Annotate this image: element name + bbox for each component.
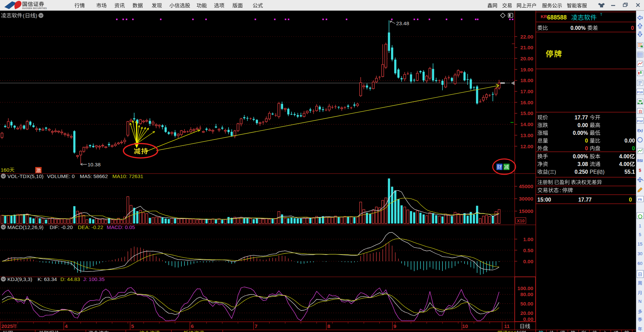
svg-text:5: 5 — [639, 232, 641, 237]
svg-text:50.00: 50.00 — [520, 301, 533, 307]
svg-text:4: 4 — [65, 323, 68, 329]
svg-text:10: 10 — [462, 323, 468, 329]
svg-text:DEA: -0.22: DEA: -0.22 — [78, 224, 103, 230]
svg-text:PE(: PE( — [590, 169, 599, 175]
svg-text:9: 9 — [393, 323, 396, 329]
svg-text::: : — [559, 187, 561, 193]
svg-text:0.250: 0.250 — [575, 169, 588, 175]
svg-text:MA5: 58662: MA5: 58662 — [80, 173, 108, 179]
svg-text:0.00: 0.00 — [625, 138, 635, 144]
svg-text:5: 5 — [131, 323, 134, 329]
svg-text:MACD(12,26,9): MACD(12,26,9) — [7, 224, 44, 230]
svg-text:100.00: 100.00 — [518, 285, 533, 291]
svg-text:VOL-TDX(5,10): VOL-TDX(5,10) — [7, 173, 44, 179]
svg-text:0.00: 0.00 — [578, 122, 588, 128]
svg-text:17.77: 17.77 — [575, 115, 588, 120]
svg-text:14.00: 14.00 — [520, 121, 533, 127]
svg-text:688588: 688588 — [547, 14, 567, 21]
svg-text:15000: 15000 — [519, 208, 533, 214]
svg-text:17.00: 17.00 — [520, 89, 533, 94]
svg-text:): ) — [554, 169, 556, 175]
svg-text:VOLUME: 0: VOLUME: 0 — [47, 173, 75, 179]
svg-text:1.00: 1.00 — [523, 236, 533, 242]
svg-text:15.00: 15.00 — [520, 110, 533, 116]
svg-text:4.00: 4.00 — [619, 154, 630, 159]
svg-text:0: 0 — [632, 146, 635, 151]
svg-text:f(x): f(x) — [637, 128, 643, 132]
svg-text:(: ( — [548, 169, 550, 175]
svg-text:KR: KR — [541, 14, 547, 19]
svg-text:): ) — [36, 13, 37, 18]
svg-text:30: 30 — [638, 251, 642, 256]
svg-text:0.00: 0.00 — [523, 316, 533, 322]
svg-text:12.00: 12.00 — [520, 144, 533, 149]
svg-text:2025: 2025 — [1, 323, 13, 329]
svg-text:60: 60 — [638, 261, 642, 266]
svg-text:MACD: 0.05: MACD: 0.05 — [107, 224, 135, 230]
svg-text:3.08: 3.08 — [578, 161, 588, 167]
svg-text:0.50: 0.50 — [523, 247, 533, 253]
svg-text:0: 0 — [585, 146, 588, 151]
svg-text:N: N — [638, 299, 641, 304]
svg-text:8: 8 — [327, 323, 330, 329]
svg-text:45000: 45000 — [519, 183, 533, 189]
svg-text:DIF: -0.20: DIF: -0.20 — [50, 224, 73, 230]
svg-text:MA10: 72631: MA10: 72631 — [112, 173, 143, 179]
svg-text:): ) — [603, 169, 604, 175]
svg-text:F12: F12 — [637, 119, 643, 123]
svg-text:21.00: 21.00 — [520, 45, 533, 50]
svg-text:11: 11 — [504, 323, 510, 329]
svg-text:GUOSEN SECURITIES: GUOSEN SECURITIES — [22, 7, 47, 9]
svg-text:0.00: 0.00 — [523, 259, 533, 264]
svg-text:15: 15 — [638, 241, 642, 246]
svg-text:RSI: RSI — [637, 159, 643, 163]
svg-text:160: 160 — [1, 167, 9, 173]
svg-text:F5: F5 — [638, 198, 642, 201]
svg-text:23.48: 23.48 — [396, 20, 409, 26]
svg-text:1: 1 — [639, 223, 641, 228]
svg-text:4.00: 4.00 — [619, 161, 630, 167]
svg-text:(: ( — [23, 13, 24, 18]
svg-text:$: $ — [639, 168, 641, 173]
svg-text:15:00: 15:00 — [537, 197, 551, 203]
svg-text:7: 7 — [255, 323, 258, 329]
svg-text:K: 63.34: K: 63.34 — [38, 276, 57, 282]
svg-text:30000: 30000 — [519, 196, 533, 202]
svg-text:19.00: 19.00 — [520, 67, 533, 72]
svg-text:13.00: 13.00 — [520, 132, 533, 138]
svg-text:80.00: 80.00 — [520, 291, 533, 297]
svg-text:X10: X10 — [517, 218, 525, 223]
svg-text:17.77: 17.77 — [578, 197, 592, 203]
svg-text:KDJ(9,3,3): KDJ(9,3,3) — [7, 276, 32, 282]
svg-text:20.00: 20.00 — [520, 310, 533, 316]
svg-text:18.00: 18.00 — [520, 77, 533, 83]
svg-text:D: 44.83: D: 44.83 — [60, 276, 80, 282]
svg-text:F10: F10 — [637, 90, 643, 94]
svg-text:0: 0 — [629, 197, 632, 203]
svg-text:0.00%: 0.00% — [573, 154, 588, 159]
svg-text:0: 0 — [585, 138, 588, 144]
svg-text:J: 100.35: J: 100.35 — [83, 276, 105, 282]
svg-text:6: 6 — [191, 323, 194, 329]
svg-text:0.00%: 0.00% — [571, 25, 586, 31]
svg-text:0.00%: 0.00% — [573, 130, 588, 136]
svg-text:22.00: 22.00 — [520, 34, 533, 40]
svg-text:10.38: 10.38 — [88, 162, 101, 167]
svg-text:16.00: 16.00 — [520, 100, 533, 105]
svg-text:0: 0 — [631, 25, 634, 31]
svg-text:20.00: 20.00 — [520, 56, 533, 61]
svg-text:55.1: 55.1 — [625, 169, 635, 175]
